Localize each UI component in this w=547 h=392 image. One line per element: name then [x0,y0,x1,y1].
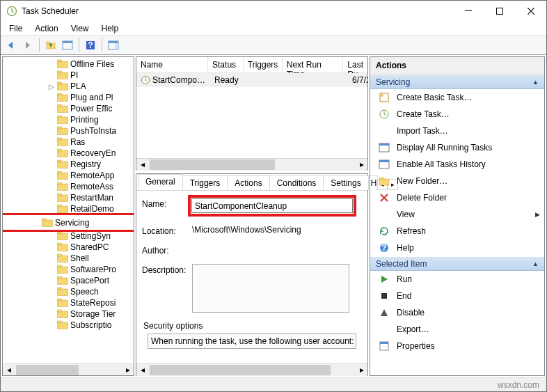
tree-item-remoteass[interactable]: RemoteAss [3,181,134,192]
tree-item-retaildemo[interactable]: RetailDemo [3,203,134,214]
action-help[interactable]: ?Help [370,240,544,256]
tree-item-ras[interactable]: Ras [3,136,134,148]
close-button[interactable] [515,1,546,22]
forward-button[interactable] [20,38,35,53]
action-create-basic-task[interactable]: Create Basic Task… [370,89,544,106]
tree-item-restartman[interactable]: RestartMan [3,192,134,203]
tab-settings[interactable]: Settings [323,175,368,190]
tree-label: Speech [70,287,99,297]
details-scrollbar[interactable]: ◂ ▸ [136,363,367,375]
scroll-right-icon[interactable]: ▸ [122,364,134,376]
column-last-run[interactable]: Last Ru [343,57,367,72]
tree-item-statereposi[interactable]: StateReposi [3,297,134,308]
column-name[interactable]: Name [136,57,208,72]
tree-item-subscriptio[interactable]: Subscriptio [3,320,134,331]
back-button[interactable] [3,38,19,53]
action-label: Run [397,274,412,284]
tree-item-plug-and-pl[interactable]: Plug and Pl [3,92,134,103]
up-button[interactable] [43,38,58,53]
tree-item-printing[interactable]: Printing [3,114,134,125]
menu-view[interactable]: View [65,22,95,35]
tree-item-pla[interactable]: ▷PLA [3,81,134,92]
tree-item-spaceport[interactable]: SpacePort [3,275,134,286]
minimize-button[interactable] [452,1,484,22]
svg-rect-37 [58,194,62,196]
svg-rect-18 [58,95,68,102]
help-button[interactable]: ? [83,38,98,53]
folder-icon [57,242,68,252]
tree-label: RestartMan [70,193,113,203]
tree-label: PLA [70,81,86,91]
description-box[interactable] [192,264,349,313]
section-servicing[interactable]: Servicing ▲ [370,75,544,89]
tree-item-servicing[interactable]: Servicing [3,214,134,230]
action-create-task[interactable]: Create Task… [370,106,544,123]
tasklist-scrollbar[interactable]: ◂ ▸ [136,158,367,170]
svg-rect-36 [58,195,68,202]
delete-icon [379,192,390,203]
action-enable-history[interactable]: Enable All Tasks History [370,156,544,173]
scroll-thumb[interactable] [150,159,275,170]
scroll-thumb[interactable] [16,365,79,375]
scroll-thumb[interactable] [150,365,331,375]
tree-item-settingsyn[interactable]: SettingSyn [3,230,134,242]
svg-rect-33 [58,171,62,173]
action-view[interactable]: View▶ [370,206,544,223]
menu-file[interactable]: File [3,22,28,35]
svg-rect-2 [496,8,502,15]
action-properties[interactable]: Properties [370,338,544,354]
tree-item-speech[interactable]: Speech [3,286,134,297]
show-hide-button[interactable] [60,38,75,53]
maximize-button[interactable] [484,1,515,22]
svg-rect-49 [58,265,62,267]
tree-item-power-effic[interactable]: Power Effic [3,103,134,114]
action-delete-folder[interactable]: Delete Folder [370,189,544,206]
tree-item-remoteapp[interactable]: RemoteApp [3,170,134,181]
scroll-left-icon[interactable]: ◂ [136,159,148,171]
action-new-folder[interactable]: New Folder… [370,173,544,189]
tab-actions[interactable]: Actions [227,175,269,190]
scroll-right-icon[interactable]: ▸ [356,364,367,376]
tree-item-softwarepro[interactable]: SoftwarePro [3,264,134,275]
column-next-run[interactable]: Next Run Time [283,57,344,72]
collapse-icon[interactable]: ▲ [532,79,539,86]
panel-button[interactable] [106,38,121,53]
menu-help[interactable]: Help [96,22,125,35]
tree-item-pi[interactable]: PI [3,70,134,81]
scroll-right-icon[interactable]: ▸ [356,159,367,171]
tab-conditions[interactable]: Conditions [269,175,324,190]
column-triggers[interactable]: Triggers [244,57,283,72]
scroll-left-icon[interactable]: ◂ [3,364,15,376]
tab-triggers[interactable]: Triggers [182,175,228,190]
tree-scrollbar[interactable]: ◂ ▸ [3,363,134,375]
tree-item-storage-tier[interactable]: Storage Tier [3,308,134,320]
column-status[interactable]: Status [208,57,244,72]
folder-icon [57,81,68,91]
action-disable[interactable]: Disable [370,304,544,321]
tree-label: Offline Files [70,59,114,69]
action-import-task[interactable]: Import Task… [370,123,544,139]
collapse-icon[interactable]: ▲ [532,260,539,267]
task-row[interactable]: StartCompo… Ready 6/7/202 [136,73,367,87]
menu-action[interactable]: Action [29,22,63,35]
action-refresh[interactable]: Refresh [370,223,544,240]
scroll-left-icon[interactable]: ◂ [136,364,148,376]
tree-item-shell[interactable]: Shell [3,253,134,264]
section-selected-item[interactable]: Selected Item ▲ [370,256,544,271]
action-run[interactable]: Run [370,271,544,288]
action-end[interactable]: End [370,288,544,304]
tree-item-registry[interactable]: Registry [3,159,134,170]
tab-general[interactable]: General [138,174,183,190]
tree-item-offline-files[interactable]: Offline Files [3,58,134,70]
svg-rect-27 [58,138,62,140]
expander-icon[interactable]: ▷ [46,83,57,91]
tree-item-recoveryen[interactable]: RecoveryEn [3,148,134,159]
tree-item-sharedpc[interactable]: SharedPC [3,242,134,253]
svg-rect-28 [58,150,68,157]
tree-item-pushtoinsta[interactable]: PushToInsta [3,125,134,136]
folder-tree[interactable]: Offline FilesPI▷PLAPlug and PlPower Effi… [3,57,134,363]
name-input[interactable] [191,198,353,213]
action-export[interactable]: Export… [370,321,544,338]
security-text: When running the task, use the following… [148,334,356,349]
action-display-running[interactable]: Display All Running Tasks [370,139,544,156]
